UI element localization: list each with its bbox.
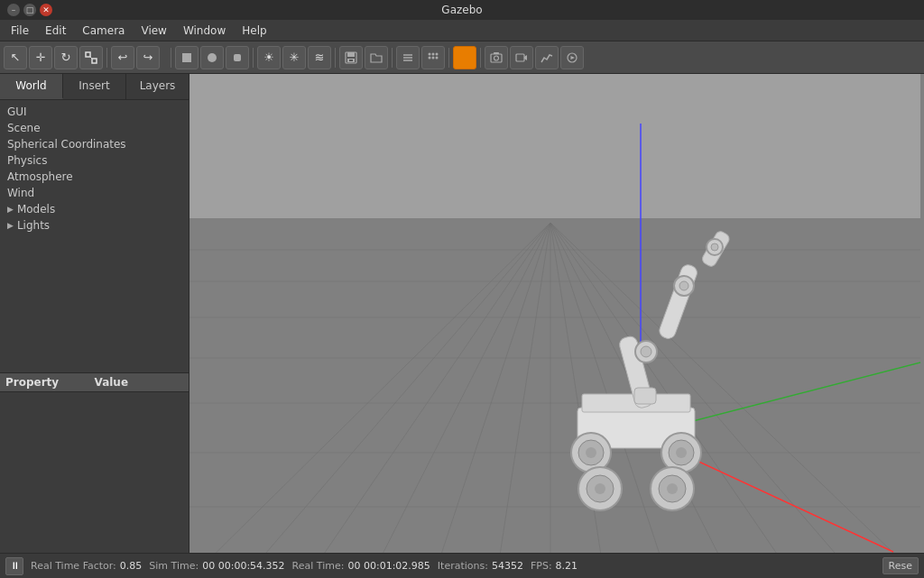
real-time-label: Real Time:	[292, 560, 345, 572]
tree-item-physics[interactable]: Physics	[0, 152, 189, 169]
save-world-button[interactable]	[339, 46, 363, 69]
svg-rect-28	[189, 218, 920, 553]
fps-value: 8.21	[556, 560, 578, 572]
toolbar-separator-5	[392, 48, 393, 68]
menu-help[interactable]: Help	[235, 23, 273, 39]
real-time-item: Real Time: 00 00:01:02.985	[292, 560, 430, 572]
iterations-label: Iterations:	[438, 560, 488, 572]
minimize-button[interactable]: –	[7, 4, 20, 16]
close-button[interactable]: ✕	[40, 4, 52, 16]
tree-item-scene[interactable]: Scene	[0, 120, 189, 136]
select-tool-button[interactable]: ↖	[4, 46, 27, 69]
viewport[interactable]	[189, 74, 924, 553]
fps-item: FPS: 8.21	[531, 560, 578, 572]
tab-insert[interactable]: Insert	[63, 74, 126, 99]
align-button[interactable]	[396, 46, 420, 69]
real-time-factor-item: Real Time Factor: 0.85	[31, 560, 142, 572]
svg-point-71	[641, 346, 651, 357]
svg-point-63	[595, 483, 605, 494]
undo-button[interactable]: ↩	[111, 46, 134, 69]
pause-button[interactable]: ⏸	[5, 557, 23, 575]
sim-time-label: Sim Time:	[149, 560, 199, 572]
real-time-value: 00 00:01:02.985	[347, 560, 430, 572]
tree-item-lights[interactable]: Lights	[0, 217, 189, 234]
sim-time-value: 00 00:00:54.352	[202, 560, 284, 572]
svg-rect-22	[494, 52, 499, 54]
tree-item-wind[interactable]: Wind	[0, 185, 189, 201]
toolbar: ↖ ✛ ↻ ↩ ↪ ☀ ✳ ≋	[0, 41, 924, 74]
tab-layers[interactable]: Layers	[126, 74, 189, 99]
scene-label: Scene	[7, 122, 41, 134]
status-bar: ⏸ Real Time Factor: 0.85 Sim Time: 00 00…	[0, 553, 924, 578]
open-world-button[interactable]	[365, 46, 388, 69]
sphere-button[interactable]	[200, 46, 224, 69]
tree-item-models[interactable]: Models	[0, 201, 189, 217]
svg-rect-76	[634, 388, 656, 404]
reset-button[interactable]: Rese	[882, 557, 919, 574]
menu-file[interactable]: File	[4, 23, 36, 39]
iterations-value: 54352	[492, 560, 523, 572]
rotate-tool-button[interactable]: ↻	[54, 46, 78, 69]
physics-label: Physics	[7, 154, 47, 167]
viewport-svg	[189, 74, 924, 553]
tab-world[interactable]: World	[0, 74, 63, 99]
title-bar: – □ ✕ Gazebo	[0, 0, 924, 20]
toolbar-separator-1	[106, 48, 107, 68]
iterations-item: Iterations: 54352	[438, 560, 523, 572]
box-button[interactable]	[175, 46, 199, 69]
record-button[interactable]	[510, 46, 533, 69]
atmosphere-label: Atmosphere	[7, 170, 73, 183]
property-panel: Property Value	[0, 372, 189, 553]
svg-marker-26	[571, 56, 576, 60]
tree-item-atmosphere[interactable]: Atmosphere	[0, 169, 189, 185]
dir-light-button[interactable]: ≋	[308, 46, 331, 69]
value-column-header: Value	[95, 376, 184, 389]
lights-label: Lights	[17, 219, 50, 232]
point-light-button[interactable]: ☀	[257, 46, 281, 69]
sidebar-tree: GUI Scene Spherical Coordinates Physics …	[0, 100, 189, 372]
svg-point-13	[429, 52, 431, 55]
svg-point-16	[429, 56, 431, 59]
svg-rect-9	[349, 60, 353, 61]
redo-button[interactable]: ↪	[136, 46, 160, 69]
svg-rect-7	[347, 52, 355, 57]
svg-point-57	[586, 447, 596, 458]
toolbar-separator-4	[335, 48, 336, 68]
svg-rect-1	[92, 59, 97, 63]
svg-point-15	[436, 52, 439, 55]
menu-edit[interactable]: Edit	[38, 23, 73, 39]
real-time-factor-label: Real Time Factor:	[31, 560, 116, 572]
sidebar-tabs: World Insert Layers	[0, 74, 189, 100]
sim-time-item: Sim Time: 00 00:00:54.352	[149, 560, 284, 572]
svg-point-75	[711, 243, 718, 251]
translate-tool-button[interactable]: ✛	[29, 46, 52, 69]
wind-label: Wind	[7, 187, 34, 199]
toolbar-separator-2	[171, 48, 171, 68]
screenshot-button[interactable]	[485, 46, 508, 69]
snap-button[interactable]	[421, 46, 445, 69]
spot-light-button[interactable]: ✳	[282, 46, 306, 69]
toolbar-separator-7	[480, 48, 481, 68]
menu-view[interactable]: View	[134, 23, 173, 39]
spherical-coords-label: Spherical Coordinates	[7, 138, 126, 151]
tree-item-spherical-coords[interactable]: Spherical Coordinates	[0, 136, 189, 152]
svg-point-14	[432, 52, 435, 55]
property-header: Property Value	[0, 373, 189, 392]
tree-item-gui[interactable]: GUI	[0, 104, 189, 120]
sidebar: World Insert Layers GUI Scene Spherical …	[0, 74, 189, 553]
svg-line-2	[90, 57, 92, 59]
fps-label: FPS:	[531, 560, 552, 572]
menu-camera[interactable]: Camera	[75, 23, 132, 39]
svg-point-17	[432, 56, 435, 59]
cylinder-button[interactable]	[226, 46, 249, 69]
svg-point-66	[667, 483, 678, 494]
app-title: Gazebo	[61, 4, 863, 16]
highlight-button[interactable]	[453, 46, 476, 69]
video-button[interactable]	[560, 46, 584, 69]
svg-point-21	[494, 56, 499, 60]
svg-rect-19	[460, 53, 469, 62]
scale-tool-button[interactable]	[79, 46, 103, 69]
plot-button[interactable]	[535, 46, 559, 69]
maximize-button[interactable]: □	[23, 4, 36, 16]
menu-window[interactable]: Window	[176, 23, 233, 39]
